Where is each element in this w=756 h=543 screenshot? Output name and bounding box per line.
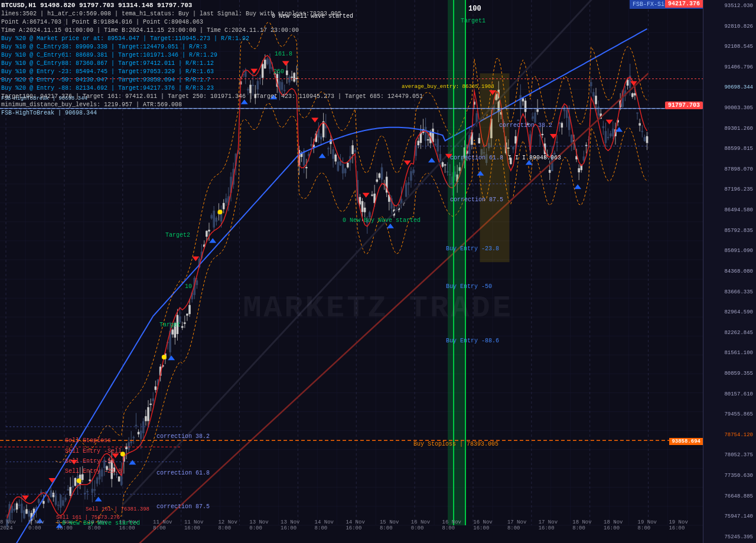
time-label: 9 Nov 16:00 bbox=[57, 519, 88, 531]
time-label: 18 Nov 8:00 bbox=[572, 519, 604, 531]
time-label: 13 Nov 16:00 bbox=[281, 519, 315, 531]
price-label: 78052.375 bbox=[703, 452, 756, 458]
price-label: 90003.305 bbox=[703, 105, 756, 111]
price-label: 87196.235 bbox=[703, 187, 756, 192]
price-label: 86494.580 bbox=[703, 207, 756, 213]
time-label: 11 Nov 16:00 bbox=[184, 519, 219, 531]
time-label: 10 Nov 8:00 bbox=[88, 519, 119, 531]
price-label: 84368.080 bbox=[703, 269, 756, 274]
chart-container: BTCUSD,H1 91498.820 91797.703 91314.148 … bbox=[0, 0, 756, 543]
time-label: 17 Nov 16:00 bbox=[539, 519, 573, 531]
time-label: 16 Nov 16:00 bbox=[473, 519, 507, 531]
price-label: 85091.090 bbox=[703, 248, 756, 254]
price-label: 82964.590 bbox=[703, 309, 756, 315]
price-label: 78754.120 bbox=[703, 432, 756, 438]
time-label: 9 Nov 0:00 bbox=[28, 519, 57, 531]
time-label: 17 Nov 8:00 bbox=[507, 519, 539, 531]
price-label: 77350.630 bbox=[703, 473, 756, 479]
time-label: 14 Nov 16:00 bbox=[346, 519, 380, 531]
time-label: 15 Nov 8:00 bbox=[380, 519, 411, 531]
price-label: 90698.344 bbox=[703, 84, 756, 90]
time-label: 19 Nov 16:00 bbox=[669, 519, 703, 531]
time-label: 10 Nov 16:00 bbox=[119, 519, 154, 531]
price-label: 88599.815 bbox=[703, 146, 756, 152]
price-label: 75245.395 bbox=[703, 534, 756, 540]
price-label: 85792.835 bbox=[703, 228, 756, 234]
time-label: 11 Nov 8:00 bbox=[153, 519, 184, 531]
time-label: 12 Nov 8:00 bbox=[218, 519, 249, 531]
time-label: 13 Nov 0:00 bbox=[249, 519, 281, 531]
price-label: 82262.845 bbox=[703, 330, 756, 336]
price-label: 76648.885 bbox=[703, 493, 756, 499]
price-label: 75947.140 bbox=[703, 513, 756, 519]
price-label: 89301.260 bbox=[703, 126, 756, 132]
price-chart bbox=[0, 0, 703, 543]
price-label: 80859.355 bbox=[703, 371, 756, 377]
price-scale: 93512.03092810.82692108.54591406.7969069… bbox=[703, 0, 756, 543]
time-label: 16 Nov 0:00 bbox=[411, 519, 442, 531]
price-label: 93512.030 bbox=[703, 3, 756, 9]
price-label: 92108.545 bbox=[703, 44, 756, 50]
time-axis: 8 Nov 20249 Nov 0:009 Nov 16:0010 Nov 8:… bbox=[0, 519, 703, 531]
price-label: 91406.796 bbox=[703, 64, 756, 70]
time-label: 19 Nov 8:00 bbox=[638, 519, 669, 531]
price-label: 81561.100 bbox=[703, 350, 756, 356]
price-label: 87898.070 bbox=[703, 166, 756, 172]
time-label: 14 Nov 8:00 bbox=[315, 519, 346, 531]
time-label: 18 Nov 16:00 bbox=[604, 519, 638, 531]
time-label: 8 Nov 2024 bbox=[0, 519, 28, 531]
time-label: 16 Nov 8:00 bbox=[442, 519, 474, 531]
price-label: 79455.865 bbox=[703, 411, 756, 417]
price-label: 83666.335 bbox=[703, 289, 756, 295]
price-label: 92810.826 bbox=[703, 24, 756, 30]
price-label: 80157.610 bbox=[703, 391, 756, 397]
